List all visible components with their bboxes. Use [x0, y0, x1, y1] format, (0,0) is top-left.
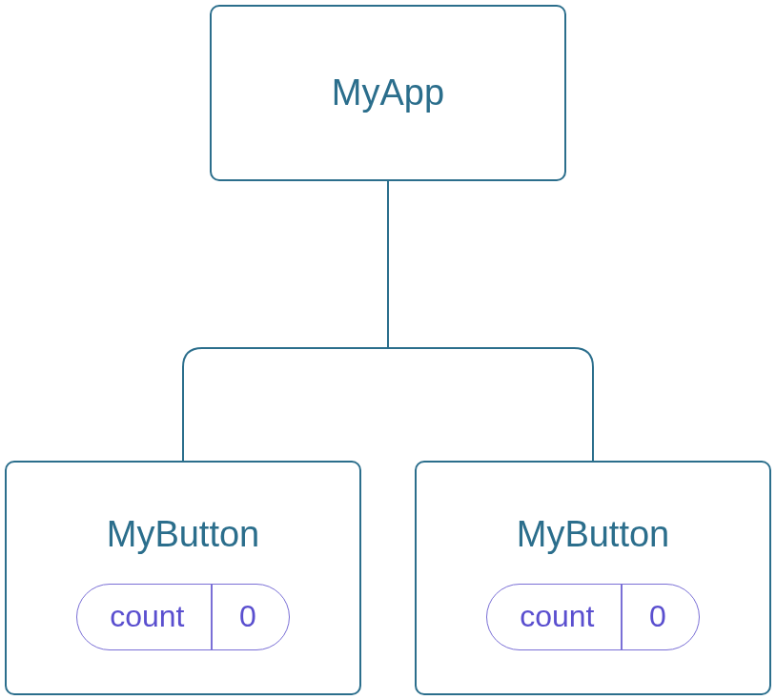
child-component-node-left: MyButton count 0	[5, 461, 361, 695]
root-component-node: MyApp	[210, 5, 566, 181]
root-component-label: MyApp	[332, 72, 444, 113]
state-value: 0	[213, 585, 289, 649]
state-name: count	[77, 585, 211, 649]
state-value: 0	[623, 585, 699, 649]
child-component-label: MyButton	[107, 514, 260, 555]
state-name: count	[487, 585, 621, 649]
state-pill: count 0	[76, 584, 290, 650]
child-component-node-right: MyButton count 0	[415, 461, 771, 695]
state-pill: count 0	[486, 584, 700, 650]
child-component-label: MyButton	[517, 514, 670, 555]
